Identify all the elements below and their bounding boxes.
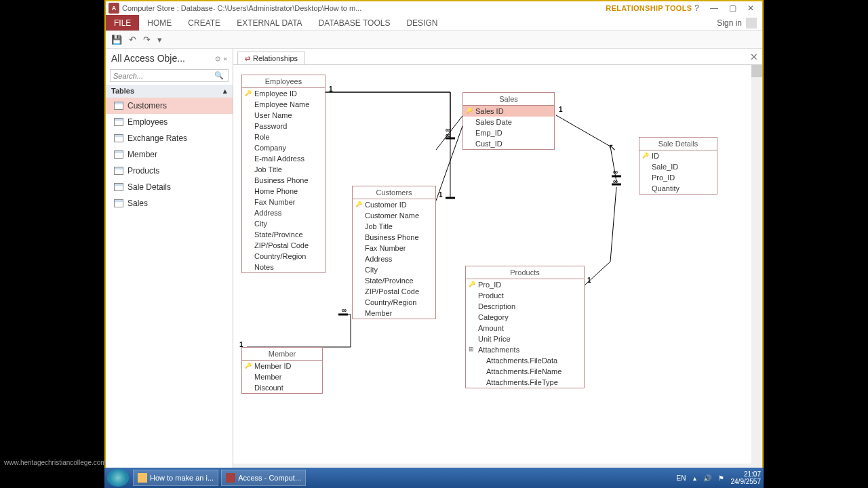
tray-up-icon[interactable]: ▴	[693, 474, 696, 482]
field[interactable]: Customer ID	[353, 199, 435, 210]
field[interactable]: State/Province	[242, 229, 325, 240]
field[interactable]: Business Phone	[242, 175, 325, 186]
sales-entity[interactable]: SalesSales IDSales DateEmp_IDCust_ID	[462, 92, 555, 150]
table-item-exchange-rates[interactable]: Exchange Rates	[106, 130, 233, 146]
field[interactable]: City	[353, 264, 435, 275]
field[interactable]: Job Title	[353, 221, 435, 232]
field[interactable]: Pro_ID	[639, 172, 717, 183]
field[interactable]: Job Title	[242, 164, 325, 175]
close-tab-icon[interactable]: ✕	[750, 52, 758, 62]
field[interactable]: Country/Region	[242, 251, 325, 262]
member-entity[interactable]: MemberMember IDMemberDiscount	[241, 347, 323, 394]
field[interactable]: Member ID	[242, 361, 322, 371]
database-tools-tab[interactable]: DATABASE TOOLS	[311, 15, 399, 30]
taskbar-item-access[interactable]: Access - Comput...	[221, 470, 306, 486]
field[interactable]: Category	[466, 312, 584, 323]
field[interactable]: Attachments	[466, 344, 584, 355]
field[interactable]: Password	[242, 121, 325, 131]
volume-icon[interactable]: 🔊	[703, 474, 711, 482]
sign-in-button[interactable]: Sign in	[711, 15, 762, 30]
save-icon[interactable]: 💾	[111, 35, 122, 45]
field[interactable]: Member	[242, 371, 322, 382]
table-item-sales[interactable]: Sales	[106, 195, 233, 211]
field[interactable]: City	[242, 218, 325, 229]
language-indicator[interactable]: EN	[677, 474, 686, 482]
field[interactable]: Fax Number	[353, 243, 435, 253]
flag-icon[interactable]: ⚑	[718, 474, 724, 482]
field[interactable]: Attachments.FileType	[466, 377, 584, 388]
clock[interactable]: 21:07 24/9/2557	[731, 470, 762, 485]
field[interactable]: Employee ID	[242, 88, 325, 99]
field[interactable]: Discount	[242, 382, 322, 393]
table-item-sale-details[interactable]: Sale Details	[106, 179, 233, 195]
field[interactable]: Home Phone	[242, 186, 325, 197]
table-item-employees[interactable]: Employees	[106, 114, 233, 130]
taskbar-item-explorer[interactable]: How to make an i...	[133, 470, 218, 486]
field[interactable]: Pro_ID	[466, 279, 584, 290]
field[interactable]: ID	[639, 150, 717, 161]
file-tab[interactable]: FILE	[106, 15, 139, 30]
field[interactable]: Sales ID	[463, 106, 554, 117]
field[interactable]: ZIP/Postal Code	[353, 286, 435, 297]
field[interactable]: Address	[242, 207, 325, 218]
search-box[interactable]: 🔍	[110, 69, 229, 82]
field[interactable]: Quantity	[639, 183, 717, 194]
search-input[interactable]	[111, 70, 210, 81]
field[interactable]: Country/Region	[353, 297, 435, 308]
field[interactable]: Amount	[466, 323, 584, 333]
field[interactable]: Business Phone	[353, 232, 435, 243]
field[interactable]: Product	[466, 290, 584, 301]
close-button[interactable]: ✕	[745, 3, 757, 13]
redo-icon[interactable]: ↷	[143, 35, 151, 45]
tables-group-header[interactable]: Tables ▴	[106, 85, 233, 98]
customers-entity[interactable]: CustomersCustomer IDCustomer NameJob Tit…	[352, 186, 436, 319]
undo-icon[interactable]: ↶	[129, 35, 136, 45]
nav-dropdown-icon[interactable]: ⊙	[215, 55, 220, 62]
relationships-tab[interactable]: ⇄ Relationships	[237, 52, 305, 64]
field[interactable]: Sale_ID	[639, 161, 717, 172]
field[interactable]: Attachments.FileData	[466, 355, 584, 366]
entity-title: Sale Details	[639, 138, 717, 150]
home-tab[interactable]: HOME	[139, 15, 180, 30]
field[interactable]: Description	[466, 301, 584, 312]
relationships-canvas[interactable]: 1 ∞ 1 ∞ ∞ 1 1 ∞ 1 ∞ EmployeesEmployee ID…	[233, 65, 762, 464]
employees-entity[interactable]: EmployeesEmployee IDEmployee NameUser Na…	[241, 75, 326, 273]
field[interactable]: ZIP/Postal Code	[242, 240, 325, 251]
field[interactable]: Sales Date	[463, 117, 554, 127]
products-entity[interactable]: ProductsPro_IDProductDescriptionCategory…	[465, 266, 585, 388]
field[interactable]: Attachments.FileName	[466, 366, 584, 377]
field[interactable]: Fax Number	[242, 197, 325, 207]
help-icon[interactable]: ?	[692, 3, 702, 13]
folder-icon	[138, 473, 147, 483]
field[interactable]: User Name	[242, 110, 325, 121]
field[interactable]: Unit Price	[466, 333, 584, 344]
nav-title[interactable]: All Access Obje...	[111, 53, 185, 64]
external-data-tab[interactable]: EXTERNAL DATA	[229, 15, 310, 30]
field[interactable]: Role	[242, 131, 325, 142]
field[interactable]: Employee Name	[242, 99, 325, 110]
sale-details-entity[interactable]: Sale DetailsIDSale_IDPro_IDQuantity	[639, 137, 717, 195]
chevron-up-icon: ▴	[223, 87, 227, 96]
create-tab[interactable]: CREATE	[180, 15, 229, 30]
start-button[interactable]	[107, 469, 129, 487]
field[interactable]: E-mail Address	[242, 153, 325, 164]
vertical-scrollbar[interactable]	[751, 65, 762, 464]
field[interactable]: State/Province	[353, 275, 435, 286]
table-item-member[interactable]: Member	[106, 146, 233, 163]
table-item-customers[interactable]: Customers	[106, 98, 233, 114]
search-icon[interactable]: 🔍	[210, 70, 228, 81]
nav-collapse-icon[interactable]: «	[223, 55, 227, 62]
field[interactable]: Emp_ID	[463, 127, 554, 138]
field[interactable]: Company	[242, 142, 325, 153]
minimize-button[interactable]: —	[707, 3, 721, 13]
quick-access-toolbar: 💾 ↶ ↷ ▾	[106, 31, 762, 49]
field[interactable]: Address	[353, 253, 435, 264]
field[interactable]: Member	[353, 308, 435, 319]
maximize-button[interactable]: ▢	[726, 3, 739, 13]
field[interactable]: Customer Name	[353, 210, 435, 221]
qat-more-icon[interactable]: ▾	[157, 35, 162, 45]
design-tab[interactable]: DESIGN	[398, 15, 446, 30]
table-item-products[interactable]: Products	[106, 163, 233, 179]
field[interactable]: Cust_ID	[463, 138, 554, 149]
field[interactable]: Notes	[242, 262, 325, 272]
